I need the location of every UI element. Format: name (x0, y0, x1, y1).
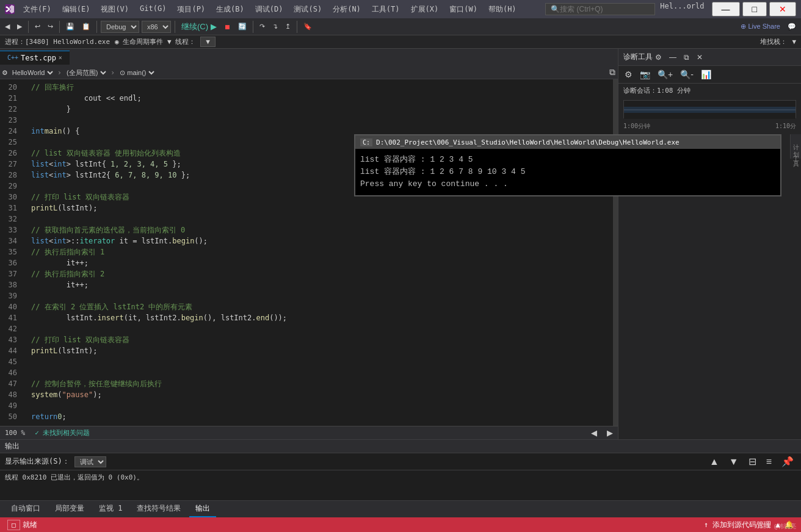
editor-status-bar: 100 % ✓ 未找到相关问题 ◀ ▶ (0, 426, 618, 439)
editor-column: C++ Test.cpp × ⚙ HelloWorld › (全局范围) › ⊙… (0, 49, 618, 439)
code-content[interactable]: // 回车换行 cout << endl; } int main() { // … (26, 79, 613, 426)
diag-record[interactable]: ⚙ (623, 68, 634, 81)
output-wrap[interactable]: ≡ (764, 455, 774, 469)
line-number: 39 (0, 290, 22, 301)
bottom-tab-局部变量[interactable]: 局部变量 (49, 501, 90, 517)
breadcrumb-scope-select[interactable]: (全局范围) (64, 68, 108, 77)
split-editor-button[interactable]: ⧉ (609, 67, 615, 77)
menu-window[interactable]: 窗口(W) (444, 3, 482, 16)
diag-chart[interactable]: 📊 (700, 68, 712, 81)
console-titlebar: C: D:\002_Project\006_Visual_Studio\Hell… (355, 135, 780, 149)
toolbar-save[interactable]: 💾 (63, 21, 77, 32)
line-numbers: 2021222324252627282930313233343536373839… (0, 79, 24, 426)
search-input[interactable] (560, 5, 645, 13)
output-up[interactable]: ▲ (707, 455, 722, 469)
breadcrumb-file-select[interactable]: HelloWorld (10, 68, 55, 77)
editor-tabs: C++ Test.cpp × (0, 49, 618, 66)
bookmark[interactable]: 🔖 (301, 21, 314, 32)
status-box: □ (7, 520, 20, 530)
step-out[interactable]: ↥ (283, 21, 293, 32)
menu-file[interactable]: 文件(F) (18, 3, 56, 16)
menu-build[interactable]: 生成(B) (211, 3, 249, 16)
output-header: 输出 (0, 440, 801, 453)
menu-extensions[interactable]: 扩展(X) (406, 3, 444, 16)
menu-tools[interactable]: 工具(T) (367, 3, 405, 16)
diag-close[interactable]: ✕ (694, 52, 705, 63)
debug-bar: 进程：[3480] HelloWorld.exe ◉ 生命周期事件 ▼ 线程： … (0, 35, 801, 49)
search-box[interactable]: 🔍 (545, 3, 655, 15)
menu-project[interactable]: 项目(P) (172, 3, 210, 16)
code-line (31, 367, 608, 378)
toolbar-undo[interactable]: ↩ (32, 21, 43, 32)
console-window: C: D:\002_Project\006_Visual_Studio\Hell… (354, 134, 781, 196)
menu-view[interactable]: 视图(V) (96, 3, 134, 16)
output-toolbar: 显示输出来源(S)： 调试 ▲ ▼ ⊟ ≡ 📌 (0, 453, 801, 470)
line-number: 24 (0, 126, 22, 137)
output-pin[interactable]: 📌 (779, 455, 796, 469)
minimize-button[interactable]: — (712, 2, 740, 16)
code-line: system("pause"); (31, 389, 608, 400)
tab-close-button[interactable]: × (59, 54, 62, 61)
code-line: } (31, 104, 608, 115)
toolbar-redo[interactable]: ↪ (45, 21, 56, 32)
line-number: 40 (0, 301, 22, 312)
maximize-button[interactable]: □ (742, 2, 767, 16)
bottom-tab-监视-1[interactable]: 监视 1 (93, 501, 128, 517)
restart-button[interactable]: 🔄 (236, 21, 249, 32)
stop-button[interactable]: ⏹ (222, 22, 233, 32)
bottom-tab-查找符号结果[interactable]: 查找符号结果 (131, 501, 187, 517)
code-line (31, 323, 608, 334)
panel-icon-1[interactable]: 计 (792, 137, 800, 142)
breadcrumb-func-select[interactable]: ⊙ main() (117, 68, 156, 77)
line-number: 25 (0, 137, 22, 148)
menu-edit[interactable]: 编辑(E) (57, 3, 95, 16)
toolbar-sep-1 (28, 21, 29, 33)
line-number: 21 (0, 93, 22, 104)
menu-test[interactable]: 测试(S) (289, 3, 327, 16)
bottom-tab-输出[interactable]: 输出 (189, 501, 216, 517)
diag-settings[interactable]: ⚙ (653, 52, 664, 63)
toolbar-back[interactable]: ◀ (2, 21, 12, 32)
line-number: 31 (0, 203, 22, 214)
feedback-icon[interactable]: 💬 (785, 21, 799, 32)
thread-dropdown[interactable]: ▼ (200, 37, 216, 47)
editor-scrollbar[interactable] (613, 79, 618, 426)
menu-analyze[interactable]: 分析(N) (328, 3, 366, 16)
output-source-label: 显示输出来源(S)： (5, 456, 70, 467)
output-panel: 输出 显示输出来源(S)： 调试 ▲ ▼ ⊟ ≡ 📌 线程 0x8210 已退出… (0, 439, 801, 500)
platform-select[interactable]: x86 (142, 21, 171, 33)
stack-dropdown[interactable]: ▼ (792, 38, 796, 46)
toolbar-saveall[interactable]: 📋 (79, 21, 93, 32)
code-line (31, 115, 608, 126)
continue-button[interactable]: 继续(C) ▶ (179, 20, 219, 34)
diag-snap[interactable]: 📷 (639, 68, 651, 81)
line-number: 34 (0, 235, 22, 246)
menu-debug[interactable]: 调试(D) (250, 3, 288, 16)
line-number: 49 (0, 400, 22, 411)
line-number: 29 (0, 181, 22, 192)
close-button[interactable]: ✕ (769, 2, 796, 16)
diag-time-1: 1:00分钟 (623, 122, 650, 131)
diag-float[interactable]: ⧉ (681, 52, 692, 63)
bottom-tab-自动窗口[interactable]: 自动窗口 (5, 501, 46, 517)
diag-minimize[interactable]: — (667, 52, 679, 63)
code-line (31, 214, 608, 225)
step-over[interactable]: ↷ (257, 21, 267, 32)
editor-tab-test[interactable]: C++ Test.cpp × (0, 51, 70, 65)
line-number: 33 (0, 225, 22, 235)
scroll-left[interactable]: ◀ (591, 428, 597, 437)
live-share-button[interactable]: ⊕ Live Share (738, 21, 783, 32)
output-clear[interactable]: ⊟ (746, 455, 759, 469)
toolbar-fwd[interactable]: ▶ (15, 21, 24, 32)
step-into[interactable]: ↴ (270, 21, 280, 32)
menu-git[interactable]: Git(G) (135, 3, 171, 16)
output-down[interactable]: ▼ (727, 455, 741, 469)
line-number: 42 (0, 323, 22, 334)
output-source-select[interactable]: 调试 (74, 456, 106, 467)
output-title: 输出 (5, 441, 20, 451)
debug-config-select[interactable]: Debug (101, 21, 139, 33)
scroll-right[interactable]: ▶ (607, 428, 613, 437)
diag-zoom-in[interactable]: 🔍+ (656, 68, 674, 81)
diag-zoom-out[interactable]: 🔍- (679, 68, 695, 81)
menu-help[interactable]: 帮助(H) (484, 3, 521, 16)
